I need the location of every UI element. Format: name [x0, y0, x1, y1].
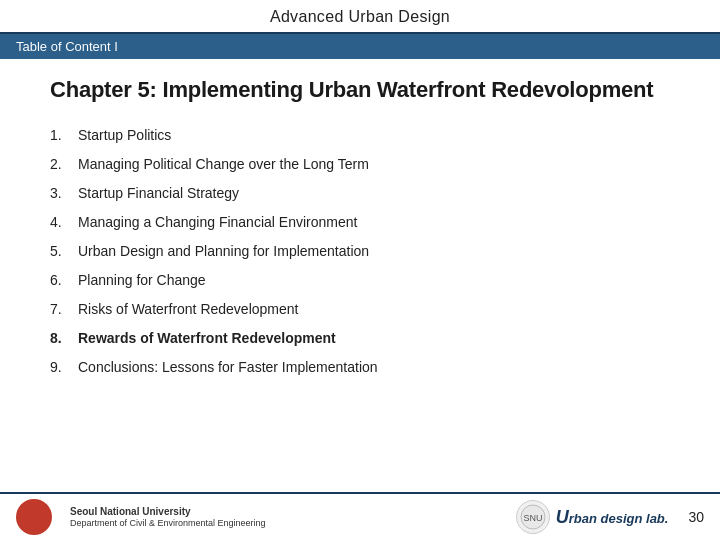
- right-logo-circle: SNU: [516, 500, 550, 534]
- list-item-num: 1.: [50, 125, 78, 146]
- list-item-text: Risks of Waterfront Redevelopment: [78, 299, 298, 320]
- list-item-num: 8.: [50, 328, 78, 349]
- footer-left: Seoul National University Department of …: [16, 499, 266, 535]
- svg-text:SNU: SNU: [523, 513, 542, 523]
- list-item: 2.Managing Political Change over the Lon…: [50, 154, 670, 175]
- content-list: 1.Startup Politics2.Managing Political C…: [50, 125, 670, 378]
- list-item-num: 6.: [50, 270, 78, 291]
- toc-label: Table of Content I: [16, 39, 118, 54]
- department-name: Department of Civil & Environmental Engi…: [70, 518, 266, 530]
- footer-right: SNU Urban design lab. 30: [516, 500, 704, 534]
- list-item-num: 2.: [50, 154, 78, 175]
- university-name: Seoul National University: [70, 505, 266, 518]
- list-item-num: 9.: [50, 357, 78, 378]
- list-item: 3.Startup Financial Strategy: [50, 183, 670, 204]
- list-item-num: 7.: [50, 299, 78, 320]
- list-item: 6.Planning for Change: [50, 270, 670, 291]
- list-item: 5.Urban Design and Planning for Implemen…: [50, 241, 670, 262]
- main-content: Chapter 5: Implementing Urban Waterfront…: [0, 59, 720, 492]
- list-item-text: Managing a Changing Financial Environmen…: [78, 212, 357, 233]
- list-item-text: Urban Design and Planning for Implementa…: [78, 241, 369, 262]
- list-item-num: 3.: [50, 183, 78, 204]
- right-logo: SNU Urban design lab.: [516, 500, 669, 534]
- list-item: 8.Rewards of Waterfront Redevelopment: [50, 328, 670, 349]
- toc-label-bar: Table of Content I: [0, 34, 720, 59]
- list-item-text: Startup Financial Strategy: [78, 183, 239, 204]
- slide-title: Advanced Urban Design: [270, 8, 450, 25]
- list-item: 7.Risks of Waterfront Redevelopment: [50, 299, 670, 320]
- list-item: 9.Conclusions: Lessons for Faster Implem…: [50, 357, 670, 378]
- list-item-text: Rewards of Waterfront Redevelopment: [78, 328, 336, 349]
- list-item-num: 5.: [50, 241, 78, 262]
- right-logo-text: Urban design lab.: [556, 507, 669, 528]
- list-item-text: Conclusions: Lessons for Faster Implemen…: [78, 357, 378, 378]
- page-number: 30: [688, 509, 704, 525]
- list-item-text: Startup Politics: [78, 125, 171, 146]
- footer-logo-text: Seoul National University Department of …: [70, 505, 266, 530]
- snu-logo-circle: [16, 499, 52, 535]
- slide: Advanced Urban Design Table of Content I…: [0, 0, 720, 540]
- top-title-bar: Advanced Urban Design: [0, 0, 720, 34]
- footer: Seoul National University Department of …: [0, 492, 720, 540]
- list-item-text: Planning for Change: [78, 270, 206, 291]
- list-item: 1.Startup Politics: [50, 125, 670, 146]
- list-item-text: Managing Political Change over the Long …: [78, 154, 369, 175]
- list-item-num: 4.: [50, 212, 78, 233]
- list-item: 4.Managing a Changing Financial Environm…: [50, 212, 670, 233]
- chapter-title: Chapter 5: Implementing Urban Waterfront…: [50, 77, 670, 103]
